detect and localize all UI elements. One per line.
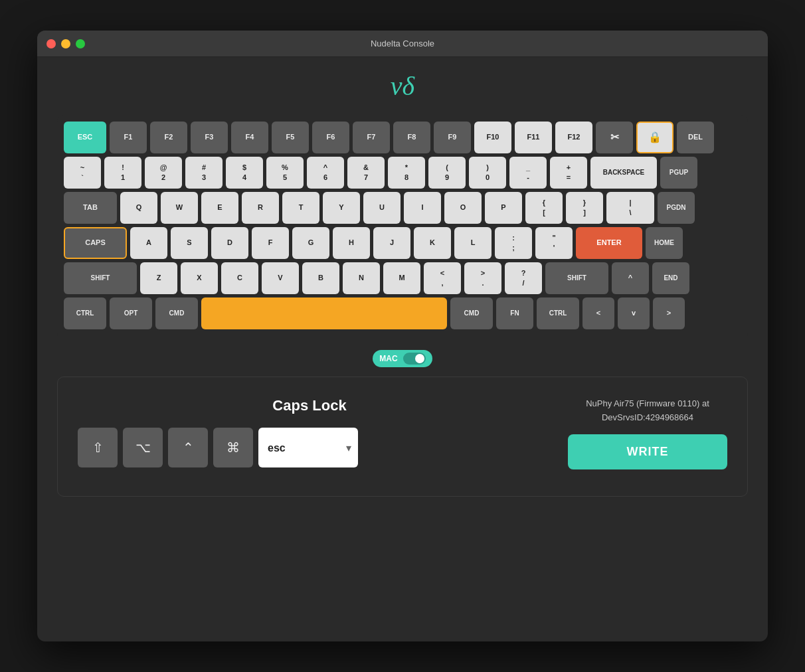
key-pgdn[interactable]: PGDN [658,192,695,224]
key-f10[interactable]: F10 [474,122,511,153]
key-f3[interactable]: F3 [191,122,228,153]
key-f8[interactable]: F8 [393,122,430,153]
key-b[interactable]: B [302,262,339,294]
key-s[interactable]: S [171,227,208,259]
key-quote[interactable]: "' [535,227,573,259]
key-rshift[interactable]: SHIFT [545,262,608,294]
key-del[interactable]: DEL [677,122,714,153]
key-caps[interactable]: CAPS [64,227,127,259]
key-e[interactable]: E [201,192,238,224]
key-rbracket[interactable]: }] [566,192,603,224]
key-x[interactable]: X [181,262,218,294]
key-select[interactable]: esc enter tab backspace caps lock delete [258,428,358,467]
key-lcmd[interactable]: CMD [155,297,198,329]
key-backtick[interactable]: ~` [64,157,101,189]
key-pgup[interactable]: PGUP [660,157,697,189]
key-fn[interactable]: FN [496,297,533,329]
key-rcmd[interactable]: CMD [450,297,493,329]
key-4[interactable]: $4 [226,157,263,189]
key-tab[interactable]: TAB [64,192,117,224]
key-backspace[interactable]: BACKSPACE [590,157,657,189]
ctrl-modifier[interactable]: ⌃ [168,428,208,467]
key-f[interactable]: F [252,227,289,259]
key-period[interactable]: >. [464,262,501,294]
key-f1[interactable]: F1 [110,122,147,153]
toggle-pill[interactable] [403,353,426,365]
opt-modifier[interactable]: ⌥ [123,428,163,467]
key-3[interactable]: #3 [185,157,223,189]
key-opt[interactable]: OPT [110,297,152,329]
key-c[interactable]: C [221,262,258,294]
write-button[interactable]: WRITE [568,434,727,469]
key-g[interactable]: G [292,227,329,259]
key-n[interactable]: N [343,262,380,294]
window-title: Nudelta Console [371,39,434,48]
mac-toggle[interactable]: MAC [373,350,432,367]
key-enter[interactable]: ENTER [576,227,642,259]
key-downarrow[interactable]: v [618,297,650,329]
key-l[interactable]: L [454,227,492,259]
key-a[interactable]: A [130,227,167,259]
key-f7[interactable]: F7 [353,122,390,153]
key-5[interactable]: %5 [266,157,304,189]
key-f4[interactable]: F4 [231,122,268,153]
key-scissors[interactable]: ✂ [596,122,633,153]
key-lock[interactable]: 🔒 [636,122,673,153]
key-j[interactable]: J [373,227,410,259]
key-space[interactable] [201,297,447,329]
function-row: ESC F1 F2 F3 F4 F5 F6 F7 F8 F9 F10 F11 F… [64,122,741,153]
key-0[interactable]: )0 [469,157,506,189]
key-o[interactable]: O [444,192,482,224]
key-6[interactable]: ^6 [307,157,344,189]
key-1[interactable]: !1 [104,157,141,189]
key-k[interactable]: K [414,227,451,259]
asdf-row: CAPS A S D F G H J K L :; "' ENTER HOME [64,227,741,259]
key-q[interactable]: Q [120,192,157,224]
key-rctrl[interactable]: CTRL [537,297,579,329]
key-minus[interactable]: _- [509,157,547,189]
key-lctrl[interactable]: CTRL [64,297,106,329]
key-lshift[interactable]: SHIFT [64,262,137,294]
bottom-right: NuPhy Air75 (Firmware 0110) at DevSrvsID… [568,397,727,469]
key-leftarrow[interactable]: < [582,297,614,329]
key-z[interactable]: Z [140,262,177,294]
key-i[interactable]: I [404,192,441,224]
close-button[interactable] [46,39,56,48]
key-esc[interactable]: ESC [64,122,106,153]
key-y[interactable]: Y [323,192,360,224]
key-f12[interactable]: F12 [555,122,592,153]
key-8[interactable]: *8 [388,157,425,189]
key-f9[interactable]: F9 [434,122,471,153]
maximize-button[interactable] [76,39,85,48]
key-m[interactable]: M [383,262,420,294]
key-t[interactable]: T [282,192,319,224]
key-d[interactable]: D [211,227,248,259]
key-p[interactable]: P [485,192,522,224]
key-slash[interactable]: ?/ [505,262,542,294]
key-9[interactable]: (9 [428,157,466,189]
key-end[interactable]: END [652,262,689,294]
key-w[interactable]: W [161,192,198,224]
cmd-modifier[interactable]: ⌘ [213,428,253,467]
bottom-panel: Caps Lock ⇧ ⌥ ⌃ ⌘ esc enter tab backspac… [57,377,748,497]
key-f5[interactable]: F5 [272,122,309,153]
key-uparrow[interactable]: ^ [612,262,649,294]
key-home[interactable]: HOME [646,227,683,259]
minimize-button[interactable] [61,39,70,48]
key-h[interactable]: H [333,227,370,259]
key-7[interactable]: &7 [347,157,385,189]
key-backslash[interactable]: |\ [606,192,654,224]
key-semicolon[interactable]: :; [495,227,532,259]
key-u[interactable]: U [363,192,401,224]
key-comma[interactable]: <, [424,262,461,294]
key-2[interactable]: @2 [145,157,182,189]
key-r[interactable]: R [242,192,279,224]
key-lbracket[interactable]: {[ [525,192,563,224]
key-equals[interactable]: += [550,157,587,189]
key-rightarrow[interactable]: > [653,297,685,329]
key-f6[interactable]: F6 [312,122,349,153]
key-v[interactable]: V [262,262,299,294]
key-f11[interactable]: F11 [515,122,552,153]
shift-modifier[interactable]: ⇧ [78,428,118,467]
key-f2[interactable]: F2 [150,122,187,153]
